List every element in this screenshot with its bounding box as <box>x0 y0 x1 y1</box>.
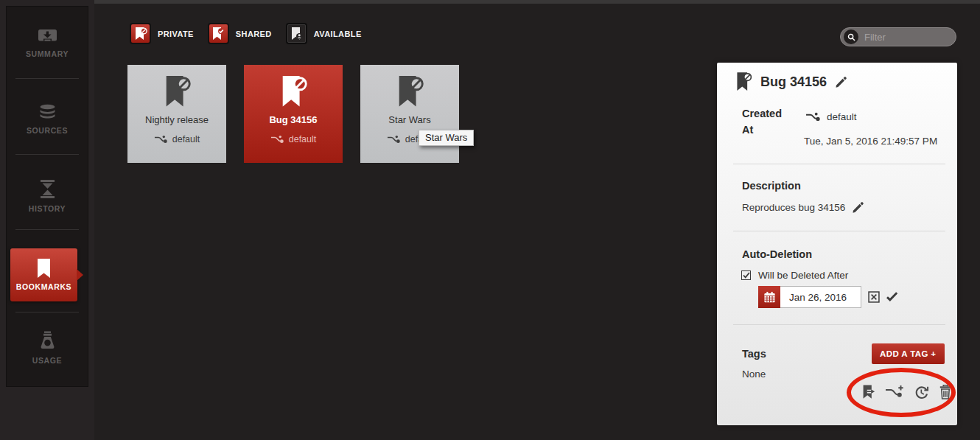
cancel-date-icon[interactable] <box>868 291 880 303</box>
sidebar-item-label: BOOKMARKS <box>10 282 77 291</box>
bookmark-action-bar <box>861 384 952 400</box>
restore-icon[interactable] <box>914 385 929 400</box>
bookmark-icon <box>36 258 52 279</box>
sidebar-item-bookmarks[interactable]: BOOKMARKS <box>10 248 77 301</box>
confirm-date-icon[interactable] <box>885 292 899 303</box>
sidebar-divider <box>15 312 79 312</box>
bookmark-slash-icon <box>279 74 308 112</box>
sidebar-item-usage[interactable]: USAGE <box>7 331 88 365</box>
auto-deletion-checkbox-row: Will be Deleted After <box>741 270 848 281</box>
card-title: Bug 34156 <box>269 114 317 125</box>
share-bookmark-icon[interactable] <box>861 384 875 400</box>
sidebar: SUMMARY SOURCES HISTORY BOOKMA <box>6 6 88 387</box>
created-at-stream-label: default <box>827 111 857 122</box>
summary-icon <box>38 29 57 44</box>
bookmark-slash-icon <box>735 71 752 93</box>
tooltip: Star Wars <box>419 130 474 146</box>
new-stream-icon[interactable] <box>885 385 904 399</box>
sidebar-item-history[interactable]: HISTORY <box>7 179 88 213</box>
filter-search <box>840 27 956 46</box>
sidebar-item-label: SOURCES <box>7 126 88 135</box>
usage-icon <box>38 331 57 351</box>
filter-label: SHARED <box>236 29 272 38</box>
sources-icon <box>38 104 57 121</box>
will-be-deleted-checkbox[interactable] <box>741 270 751 280</box>
deletion-date-input[interactable] <box>780 286 861 308</box>
filter-private[interactable]: PRIVATE <box>130 23 194 44</box>
stream-icon <box>270 135 284 144</box>
stream-icon <box>805 112 821 122</box>
will-be-deleted-label: Will be Deleted After <box>758 270 848 281</box>
description-value: Reproduces bug 34156 <box>742 202 845 213</box>
panel-divider <box>733 324 945 325</box>
created-at-label: Created At <box>742 106 791 139</box>
card-title: Nightly release <box>145 114 209 125</box>
filter-shared[interactable]: SHARED <box>208 23 272 44</box>
bookmark-card-nightly-release[interactable]: Nightly release default <box>127 65 226 163</box>
edit-description-icon[interactable] <box>852 201 864 214</box>
bookmark-detail-panel: Bug 34156 Created At default Tue, Jan 5,… <box>717 63 957 425</box>
created-at-timestamp: Tue, Jan 5, 2016 21:49:57 PM <box>804 136 937 147</box>
filter-label: AVAILABLE <box>314 29 362 38</box>
filter-search-input[interactable] <box>858 32 953 43</box>
bookmark-slash-icon <box>162 74 192 112</box>
sidebar-item-sources[interactable]: SOURCES <box>7 104 88 135</box>
sidebar-item-label: HISTORY <box>7 204 88 213</box>
panel-header: Bug 34156 <box>735 71 847 93</box>
auto-deletion-label: Auto-Deletion <box>742 248 812 260</box>
bookmark-card-star-wars[interactable]: Star Wars default <box>360 65 459 163</box>
history-icon <box>39 179 56 199</box>
edit-title-icon[interactable] <box>835 76 847 88</box>
sidebar-item-label: SUMMARY <box>7 49 88 58</box>
calendar-icon[interactable] <box>758 286 780 308</box>
bookmark-cards: Nightly release default Bug 34156 <box>127 65 459 163</box>
bookmark-slash-icon <box>395 74 424 112</box>
description-value-row: Reproduces bug 34156 <box>742 201 864 214</box>
card-stream: default <box>154 134 200 144</box>
card-stream: default <box>270 134 317 144</box>
add-tag-button[interactable]: ADD A TAG + <box>872 343 945 364</box>
sidebar-divider <box>15 229 79 230</box>
bookmark-private-icon <box>130 23 151 44</box>
stream-icon <box>387 135 401 144</box>
panel-divider <box>733 231 945 231</box>
created-at-stream: default <box>805 111 857 122</box>
bookmark-available-icon <box>286 23 307 44</box>
tags-label: Tags <box>742 348 766 360</box>
card-stream-label: default <box>172 134 200 144</box>
search-icon <box>844 29 858 44</box>
sidebar-item-label: USAGE <box>7 356 88 365</box>
sidebar-item-summary[interactable]: SUMMARY <box>7 29 88 58</box>
deletion-date-row <box>758 286 899 308</box>
filter-label: PRIVATE <box>158 29 194 38</box>
card-stream-label: default <box>289 134 317 144</box>
stream-icon <box>154 135 168 144</box>
card-title: Star Wars <box>388 114 430 125</box>
sidebar-divider <box>15 78 79 79</box>
bookmark-card-bug-34156[interactable]: Bug 34156 default <box>244 65 343 163</box>
bookmark-shared-icon <box>208 23 229 44</box>
panel-divider <box>733 164 945 164</box>
delete-icon[interactable] <box>939 384 952 400</box>
tags-value: None <box>742 369 766 380</box>
sidebar-divider <box>15 154 79 155</box>
description-label: Description <box>742 180 801 192</box>
filter-available[interactable]: AVAILABLE <box>286 23 362 44</box>
bookmark-filter-tabs: PRIVATE SHARED AVAILABLE <box>130 23 362 44</box>
panel-title: Bug 34156 <box>760 74 827 90</box>
